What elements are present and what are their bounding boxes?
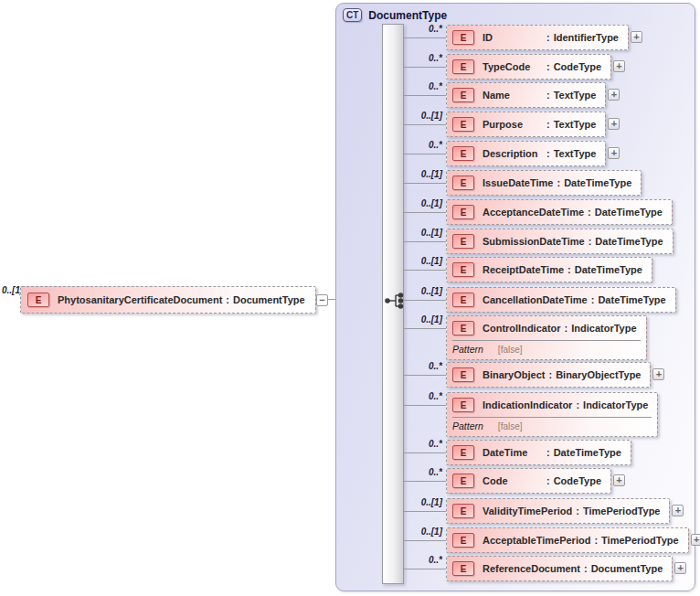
facet-label: Pattern xyxy=(452,420,483,431)
element-box[interactable]: E ReceiptDateTime : DateTimeType xyxy=(446,257,652,282)
element-cardinality-label: 0..* xyxy=(389,361,442,371)
expand-icon[interactable]: + xyxy=(613,60,625,72)
element-type: TimePeriodType xyxy=(583,506,661,516)
element-cardinality-label: 0..[1] xyxy=(389,497,442,507)
element-name: CancellationDateTime xyxy=(483,294,588,305)
element-box[interactable]: E Code : CodeType xyxy=(446,468,611,494)
root-element-box[interactable]: E PhytosanitaryCertificateDocument : Doc… xyxy=(20,286,316,314)
element-cardinality-label: 0..[1] xyxy=(389,228,442,238)
element-box[interactable]: E BinaryObject : BinaryObjectType xyxy=(446,362,651,388)
element-icon: E xyxy=(452,504,474,518)
element-box[interactable]: E AcceptableTimePeriod : TimePeriodType xyxy=(446,527,689,553)
element-icon: E xyxy=(452,474,474,488)
connector-line xyxy=(404,405,446,406)
element-box[interactable]: E ControlIndicator : IndicatorType Patte… xyxy=(446,315,647,360)
type-separator: : xyxy=(589,236,592,247)
element-name: DateTime xyxy=(483,447,543,458)
element-icon: E xyxy=(452,176,474,190)
element-type: TextType xyxy=(554,148,597,159)
panel-header: CT DocumentType xyxy=(343,8,447,22)
connector-line xyxy=(404,328,446,329)
type-separator: : xyxy=(594,535,598,546)
element-box[interactable]: E SubmissionDateTime : DateTimeType xyxy=(446,229,673,254)
expand-icon[interactable]: + xyxy=(631,31,642,43)
element-type: IndicatorType xyxy=(571,323,636,334)
root-element-type: DocumentType xyxy=(233,294,305,305)
element-name: Code xyxy=(483,475,543,486)
expand-icon[interactable]: + xyxy=(608,118,620,130)
element-box[interactable]: E IssueDateTime : DateTimeType xyxy=(446,170,642,196)
element-box[interactable]: E IndicationIndicator : IndicatorType Pa… xyxy=(446,392,658,437)
element-type: DateTimeType xyxy=(554,447,621,458)
type-separator: : xyxy=(565,323,568,334)
expand-icon[interactable]: + xyxy=(608,89,620,101)
element-name: ValidityTimePeriod xyxy=(483,506,572,516)
connector-line xyxy=(404,540,446,541)
element-box[interactable]: E ID : IdentifierType xyxy=(446,25,629,50)
element-name: Purpose xyxy=(483,119,543,130)
element-icon: E xyxy=(452,445,474,460)
connector-line xyxy=(404,375,446,376)
element-icon: E xyxy=(452,59,474,74)
element-name: ID xyxy=(483,32,543,43)
connector-line xyxy=(404,270,446,271)
facet-section: Pattern [false] xyxy=(447,417,657,436)
element-box[interactable]: E Description : TextType xyxy=(446,141,606,166)
collapse-icon[interactable]: − xyxy=(316,294,328,306)
element-box[interactable]: E AcceptanceDateTime : DateTimeType xyxy=(446,199,673,225)
expand-icon[interactable]: + xyxy=(613,474,625,486)
type-separator: : xyxy=(546,61,550,72)
element-cardinality-label: 0..[1] xyxy=(389,169,442,179)
element-type: DateTimeType xyxy=(598,294,665,305)
element-name: IndicationIndicator xyxy=(483,399,572,410)
element-type: BinaryObjectType xyxy=(556,369,641,380)
expand-icon[interactable]: + xyxy=(608,147,620,159)
complextype-panel: CT DocumentType 0..* E ID xyxy=(335,3,695,591)
connector-line xyxy=(404,569,446,569)
connector-line xyxy=(404,67,446,68)
element-icon: E xyxy=(27,293,49,307)
element-name: AcceptanceDateTime xyxy=(483,207,584,218)
element-icon: E xyxy=(452,293,474,307)
element-box[interactable]: E DateTime : DateTimeType xyxy=(446,440,631,465)
type-separator: : xyxy=(588,207,591,218)
connector-line xyxy=(404,183,446,184)
element-cardinality-label: 0..* xyxy=(389,555,442,565)
expand-icon[interactable]: + xyxy=(674,562,686,574)
element-type: DateTimeType xyxy=(595,207,663,218)
element-icon: E xyxy=(452,205,474,219)
element-type: DateTimeType xyxy=(575,264,642,275)
element-icon: E xyxy=(452,30,474,45)
element-box[interactable]: E Name : TextType xyxy=(446,82,606,108)
element-icon: E xyxy=(452,88,474,102)
element-name: SubmissionDateTime xyxy=(483,236,585,247)
element-box[interactable]: E ValidityTimePeriod : TimePeriodType xyxy=(446,498,670,524)
element-name: ReceiptDateTime xyxy=(483,264,564,275)
type-separator: : xyxy=(584,563,588,574)
type-separator: : xyxy=(546,119,550,130)
element-type: TextType xyxy=(554,90,597,101)
element-type: IndicatorType xyxy=(583,399,648,410)
element-box[interactable]: E ReferenceDocument : DocumentType xyxy=(446,556,673,581)
element-box[interactable]: E CancellationDateTime : DateTimeType xyxy=(446,287,676,313)
element-box[interactable]: E TypeCode : CodeType xyxy=(446,54,611,80)
type-separator: : xyxy=(591,294,595,305)
element-cardinality-label: 0..* xyxy=(389,467,442,477)
element-cardinality-label: 0..* xyxy=(389,391,442,401)
element-box[interactable]: E Purpose : TextType xyxy=(446,112,606,137)
type-separator: : xyxy=(576,506,579,516)
element-type: DocumentType xyxy=(591,563,663,574)
type-separator: : xyxy=(546,32,550,43)
element-icon: E xyxy=(452,234,474,249)
type-separator: : xyxy=(548,369,552,380)
connector-line xyxy=(404,452,446,453)
type-separator: : xyxy=(557,177,560,188)
element-name: ReferenceDocument xyxy=(483,563,580,574)
element-name: TypeCode xyxy=(483,61,543,72)
expand-icon[interactable]: + xyxy=(652,368,664,380)
expand-icon[interactable]: + xyxy=(691,534,700,546)
type-separator: : xyxy=(567,264,571,275)
type-separator: : xyxy=(546,148,550,159)
expand-icon[interactable]: + xyxy=(672,505,684,516)
connector-line xyxy=(404,511,446,512)
